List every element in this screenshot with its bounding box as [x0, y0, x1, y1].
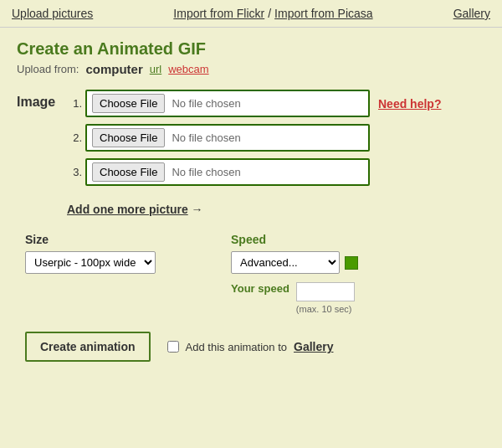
top-navigation: Upload pictures Import from Flickr / Imp… — [0, 0, 502, 28]
file-row-num-2: 2. — [67, 131, 82, 144]
no-file-text-3: No file chosen — [172, 166, 240, 178]
add-more-row: Add one more picture → — [67, 203, 485, 216]
your-speed-input-col: (max. 10 sec) — [296, 282, 355, 315]
nav-import-flickr[interactable]: Import from Flickr — [173, 7, 264, 20]
nav-separator: / — [268, 7, 271, 20]
add-to-gallery-text: Add this animation to — [186, 341, 287, 353]
main-content: Create an Animated GIF Upload from: comp… — [0, 28, 502, 378]
your-speed-row: Your speed (max. 10 sec) — [231, 282, 358, 315]
choose-file-btn-2[interactable]: Choose File — [92, 128, 165, 147]
image-section: Image 1. Choose File No file chosen Need… — [17, 90, 485, 193]
file-inputs-column: 1. Choose File No file chosen Need help?… — [67, 90, 485, 193]
size-label: Size — [25, 233, 156, 246]
image-label: Image — [17, 90, 59, 110]
controls-section: Size Userpic - 100px wide Speed Advanced… — [25, 233, 485, 315]
choose-file-btn-3[interactable]: Choose File — [92, 162, 165, 182]
file-row-num-1: 1. — [67, 97, 82, 110]
file-input-wrapper-1: Choose File No file chosen — [85, 90, 370, 117]
source-webcam[interactable]: webcam — [168, 63, 208, 75]
speed-column: Speed Advanced... Your speed (max. 10 se… — [231, 233, 358, 315]
size-select[interactable]: Userpic - 100px wide — [25, 251, 156, 274]
speed-select[interactable]: Advanced... — [231, 251, 340, 274]
nav-gallery[interactable]: Gallery — [453, 7, 490, 20]
nav-upload-pictures[interactable]: Upload pictures — [12, 7, 93, 20]
speed-select-row: Advanced... — [231, 251, 358, 274]
page-title: Create an Animated GIF — [17, 39, 485, 59]
file-row-num-3: 3. — [67, 166, 82, 178]
bottom-row: Create animation Add this animation to G… — [25, 332, 485, 362]
max-speed-text: (max. 10 sec) — [296, 303, 352, 315]
create-animation-button[interactable]: Create animation — [25, 332, 151, 362]
source-url[interactable]: url — [150, 63, 161, 75]
add-more-link[interactable]: Add one more picture — [67, 203, 188, 216]
nav-import-picasa[interactable]: Import from Picasa — [274, 7, 372, 20]
speed-green-indicator — [345, 256, 358, 270]
size-column: Size Userpic - 100px wide — [25, 233, 156, 274]
your-speed-input[interactable] — [296, 282, 355, 301]
upload-from-row: Upload from: computer url webcam — [17, 62, 485, 76]
add-to-gallery-checkbox[interactable] — [167, 341, 179, 353]
source-computer[interactable]: computer — [85, 62, 142, 76]
file-input-wrapper-3: Choose File No file chosen — [85, 158, 370, 186]
file-row-2: 2. Choose File No file chosen — [67, 124, 485, 152]
file-input-wrapper-2: Choose File No file chosen — [85, 124, 370, 152]
your-speed-label: Your speed — [231, 282, 289, 296]
choose-file-btn-1[interactable]: Choose File — [92, 94, 165, 113]
gallery-checkbox-row: Add this animation to Gallery — [167, 340, 334, 353]
no-file-text-2: No file chosen — [172, 131, 240, 144]
gallery-link[interactable]: Gallery — [294, 340, 333, 353]
add-more-arrow: → — [192, 203, 203, 216]
no-file-text-1: No file chosen — [172, 97, 240, 110]
speed-label: Speed — [231, 233, 358, 246]
file-row-1: 1. Choose File No file chosen Need help? — [67, 90, 485, 117]
upload-from-label: Upload from: — [17, 63, 79, 75]
file-row-3: 3. Choose File No file chosen — [67, 158, 485, 186]
need-help-link[interactable]: Need help? — [378, 97, 441, 111]
